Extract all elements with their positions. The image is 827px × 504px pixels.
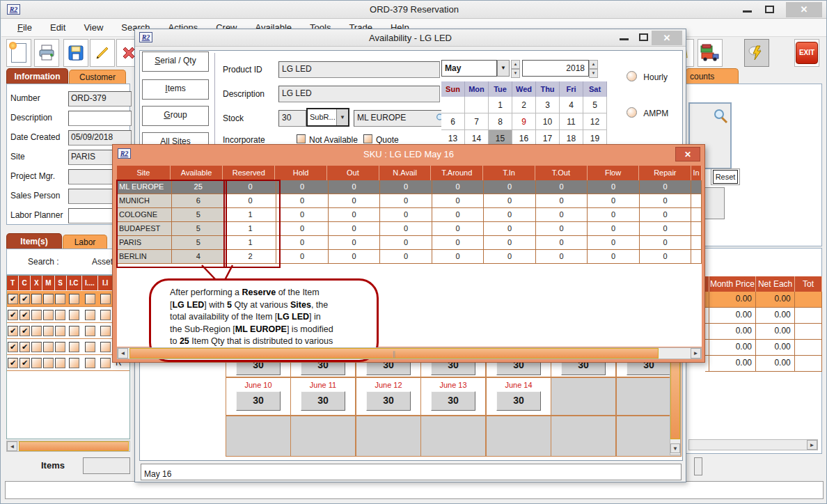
reset-button[interactable]: Reset (713, 170, 738, 184)
checkbox-checked[interactable]: ✔ (8, 310, 18, 320)
description-field[interactable]: LG LED (278, 86, 440, 102)
checkbox-unchecked[interactable] (69, 326, 79, 336)
maximize-icon[interactable] (765, 6, 774, 13)
qty-vscrollbar[interactable]: ▼ (670, 351, 681, 455)
region-value-field[interactable]: ML EUROPE (354, 110, 448, 127)
grid-col-header[interactable]: I.... (82, 276, 99, 291)
cal-day-5[interactable]: 5 (583, 97, 607, 113)
region-dropdown[interactable]: SubR... ▼ (306, 108, 349, 127)
maximize-icon[interactable] (639, 33, 648, 41)
scroll-right-icon[interactable]: ► (807, 440, 817, 450)
spinner-up-icon[interactable]: ▲ (511, 60, 520, 69)
spinner-up-icon[interactable]: ▲ (589, 60, 598, 69)
checkbox-unchecked[interactable] (85, 310, 95, 320)
checkbox-unchecked[interactable] (69, 310, 79, 320)
checkbox-checked[interactable]: ✔ (8, 342, 18, 352)
stock-field[interactable]: 30 (278, 110, 306, 127)
items-hscrollbar[interactable]: ◄ (6, 441, 130, 452)
exit-button[interactable]: EXIT (794, 39, 819, 67)
grid-col-header[interactable]: S (55, 276, 67, 291)
grid-col-header[interactable]: X (31, 276, 42, 291)
product-id-field[interactable]: LG LED (278, 61, 440, 78)
checkbox-unchecked[interactable] (55, 342, 65, 352)
grid-col-header[interactable]: I.I (98, 276, 113, 291)
checkbox-checked[interactable]: ✔ (19, 342, 30, 352)
hourly-radio[interactable]: Hourly (627, 71, 668, 82)
checkbox-unchecked[interactable] (55, 326, 65, 336)
qty-value-button[interactable]: 30 (366, 391, 411, 411)
checkbox-unchecked[interactable] (100, 294, 111, 304)
field-input[interactable] (68, 111, 132, 126)
checkbox-unchecked[interactable] (85, 326, 95, 336)
nav-group[interactable]: Group (142, 106, 209, 126)
cal-day-10[interactable]: 10 (536, 113, 560, 130)
checkbox-checked[interactable]: ✔ (19, 326, 30, 336)
checkbox-unchecked[interactable] (55, 310, 65, 320)
checkbox-unchecked[interactable] (31, 294, 42, 304)
scroll-thumb[interactable] (19, 441, 129, 451)
sku-col-reserved[interactable]: Reserved (223, 166, 275, 180)
checkbox-unchecked[interactable] (31, 358, 42, 368)
sku-col-tin[interactable]: T.In (483, 166, 535, 180)
checkbox-checked[interactable]: ✔ (19, 358, 30, 368)
checkbox-unchecked[interactable] (43, 342, 54, 352)
year-field[interactable]: 2018 (522, 60, 589, 77)
checkbox-unchecked[interactable] (85, 358, 95, 368)
checkbox-unchecked[interactable] (55, 358, 65, 368)
checkbox-unchecked[interactable] (43, 310, 54, 320)
field-input[interactable]: ORD-379 (68, 91, 132, 107)
nav-items[interactable]: Items (142, 79, 209, 100)
scroll-left-icon[interactable]: ◄ (7, 441, 17, 451)
qty-value-button[interactable]: 30 (496, 391, 541, 411)
checkbox-checked[interactable]: ✔ (8, 326, 18, 336)
sku-col-flow[interactable]: Flow (588, 166, 640, 180)
menu-item-file[interactable]: File (8, 22, 41, 33)
cal-day-1[interactable]: 1 (489, 97, 512, 113)
cal-day-4[interactable]: 4 (560, 97, 583, 113)
grid-row[interactable]: ✔✔R (7, 339, 129, 355)
grid-col-header[interactable]: T (7, 276, 19, 291)
items-footer-field[interactable] (83, 457, 130, 474)
sku-col-available[interactable]: Available (171, 166, 223, 180)
checkbox-checked[interactable]: ✔ (19, 294, 30, 304)
tab-labor[interactable]: Labor (63, 235, 107, 249)
print-button[interactable] (34, 39, 59, 67)
not-available-checkbox[interactable] (297, 134, 306, 143)
menu-item-view[interactable]: View (74, 22, 112, 33)
checkbox-unchecked[interactable] (100, 342, 111, 352)
sku-col-out[interactable]: Out (327, 166, 379, 180)
scroll-thumb[interactable]: ∥ (129, 348, 659, 359)
close-icon[interactable]: ✕ (786, 2, 822, 17)
cal-day-8[interactable]: 8 (489, 113, 512, 130)
cal-day-7[interactable]: 7 (465, 113, 489, 130)
right-hscrollbar[interactable]: ► (688, 439, 818, 450)
close-icon[interactable]: ✕ (652, 31, 682, 45)
scroll-right-icon[interactable]: ► (691, 348, 701, 359)
checkbox-unchecked[interactable] (43, 294, 54, 304)
grid-row[interactable]: ✔✔R (7, 323, 129, 339)
checkbox-unchecked[interactable] (69, 294, 79, 304)
grid-col-header[interactable]: C (19, 276, 31, 291)
chevron-down-icon[interactable]: ▼ (336, 109, 348, 125)
cal-day-2[interactable]: 2 (512, 97, 536, 113)
menu-item-edit[interactable]: Edit (41, 22, 74, 33)
qty-value-button[interactable]: 30 (301, 391, 345, 411)
search-field-value[interactable]: Asset (92, 257, 113, 267)
checkbox-checked[interactable]: ✔ (19, 310, 30, 320)
spinner-down-icon[interactable]: ▼ (511, 69, 520, 78)
tab-information[interactable]: Information (6, 68, 68, 84)
price-row[interactable]: 0.000.00 (705, 292, 822, 308)
sku-hscrollbar[interactable]: ◄ ∥ ► (117, 347, 702, 359)
sku-col-in[interactable]: In (691, 166, 702, 180)
tab-customer[interactable]: Customer (69, 70, 126, 84)
field-input[interactable]: 05/09/2018 (68, 130, 132, 145)
price-row[interactable]: 0.000.00 (705, 324, 822, 340)
sku-col-site[interactable]: Site (117, 166, 171, 180)
scroll-left-icon[interactable]: ◄ (118, 348, 128, 359)
cal-day-12[interactable]: 12 (583, 113, 607, 130)
save-button[interactable] (63, 39, 88, 67)
checkbox-unchecked[interactable] (69, 342, 79, 352)
cal-day-6[interactable]: 6 (441, 113, 465, 130)
checkbox-unchecked[interactable] (31, 310, 42, 320)
sku-col-repair[interactable]: Repair (639, 166, 691, 180)
